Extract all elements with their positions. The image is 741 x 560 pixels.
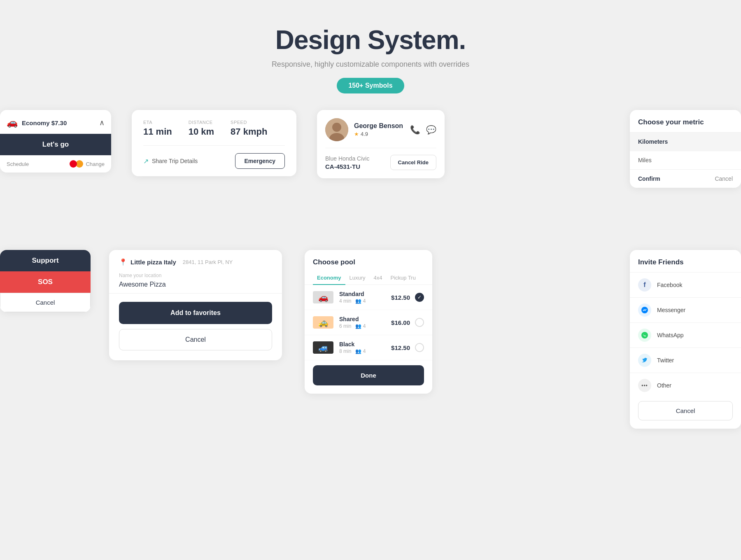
emergency-button[interactable]: Emergency xyxy=(235,153,285,169)
cancel-invite-button[interactable]: Cancel xyxy=(638,401,733,420)
change-label[interactable]: Change xyxy=(86,161,105,167)
page-subtitle: Responsive, highly customizable componen… xyxy=(8,60,733,69)
shared-info: Shared 6 min 👥 4 xyxy=(339,316,391,329)
pool-tab-4x4[interactable]: 4x4 xyxy=(370,271,387,285)
eta-label: ETA xyxy=(143,120,172,125)
invite-other[interactable]: ••• Other xyxy=(630,373,741,398)
car-plate: CA-4531-TU xyxy=(325,163,369,170)
pool-item-black[interactable]: 🚙 Black 8 min 👥 4 $12.50 xyxy=(305,335,432,360)
speed-label: Speed xyxy=(231,120,267,125)
distance-stat: Distance 10 km xyxy=(189,120,214,137)
pool-card: Choose pool Economy Luxury 4x4 Pickup Tr… xyxy=(305,250,432,394)
black-info: Black 8 min 👥 4 xyxy=(339,341,391,354)
call-driver-button[interactable]: 📞 xyxy=(410,125,420,135)
car-details: Blue Honda Civic CA-4531-TU xyxy=(325,155,369,170)
economy-footer: Schedule Change xyxy=(0,155,111,173)
black-radio[interactable] xyxy=(415,343,424,352)
economy-label: Economy $7.30 xyxy=(22,119,99,126)
pool-tab-economy[interactable]: Economy xyxy=(313,271,345,285)
page-header: Design System. Responsive, highly custom… xyxy=(0,0,741,110)
distance-value: 10 km xyxy=(189,126,214,137)
whatsapp-icon xyxy=(638,329,651,342)
black-car-icon: 🚙 xyxy=(313,341,333,354)
standard-car-icon: 🚗 xyxy=(313,291,333,303)
driver-actions: 📞 💬 xyxy=(410,125,436,135)
rating-value: 4.9 xyxy=(361,131,368,137)
metric-confirm-button[interactable]: Confirm xyxy=(638,175,660,182)
invite-facebook[interactable]: f Facebook xyxy=(630,272,741,297)
driver-info: George Benson ★ 4.9 xyxy=(354,122,404,137)
svg-point-4 xyxy=(641,332,648,338)
pool-item-standard[interactable]: 🚗 Standard 4 min 👥 4 $12.50 xyxy=(305,285,432,310)
lets-go-button[interactable]: Let's go xyxy=(0,134,111,155)
payment-info: Change xyxy=(70,160,105,168)
shared-radio[interactable] xyxy=(415,318,424,327)
invite-messenger[interactable]: Messenger xyxy=(630,297,741,322)
support-card: Support SOS Cancel xyxy=(0,250,91,312)
star-icon: ★ xyxy=(354,131,359,137)
location-address: 2841, 11 Park Pl, NY xyxy=(183,259,233,265)
metric-title: Choose your metric xyxy=(630,110,741,132)
metric-option-km[interactable]: Kilometers xyxy=(630,132,741,151)
cards-area: 🚗 Economy $7.30 ∧ Let's go Schedule Chan… xyxy=(0,110,741,398)
support-button[interactable]: Support xyxy=(0,250,91,271)
eta-stat: ETA 11 min xyxy=(143,120,172,137)
twitter-icon xyxy=(638,354,651,367)
car-info: Blue Honda Civic CA-4531-TU Cancel Ride xyxy=(317,148,445,178)
whatsapp-label: WhatsApp xyxy=(657,332,684,338)
metric-actions: Confirm Cancel xyxy=(630,169,741,188)
share-label: Share Trip Details xyxy=(152,158,198,164)
location-input-value[interactable]: Awesome Pizza xyxy=(109,278,282,294)
cancel-outline-button[interactable]: Cancel xyxy=(0,293,91,312)
car-icon: 🚗 xyxy=(7,117,18,128)
other-icon: ••• xyxy=(638,379,651,392)
messenger-label: Messenger xyxy=(657,307,685,313)
trip-card: ETA 11 min Distance 10 km Speed 87 kmph … xyxy=(132,110,296,176)
driver-name: George Benson xyxy=(354,122,404,130)
pool-tabs: Economy Luxury 4x4 Pickup Tru xyxy=(305,266,432,285)
driver-rating: ★ 4.9 xyxy=(354,131,404,137)
economy-top: 🚗 Economy $7.30 ∧ xyxy=(0,110,111,134)
trip-actions: ↗ Share Trip Details Emergency xyxy=(132,146,296,176)
location-name: Little pizza Italy xyxy=(130,259,176,266)
cancel-ride-button[interactable]: Cancel Ride xyxy=(390,155,436,170)
speed-value: 87 kmph xyxy=(231,126,267,137)
invite-card: Invite Friends f Facebook Messenger What xyxy=(630,250,741,429)
distance-label: Distance xyxy=(189,120,214,125)
page-title: Design System. xyxy=(8,25,733,55)
trip-stats: ETA 11 min Distance 10 km Speed 87 kmph xyxy=(132,110,296,145)
metric-option-miles[interactable]: Miles xyxy=(630,151,741,169)
pool-tab-pickup[interactable]: Pickup Tru xyxy=(387,271,420,285)
invite-title: Invite Friends xyxy=(630,250,741,272)
pool-item-shared[interactable]: 🚕 Shared 6 min 👥 4 $16.00 xyxy=(305,310,432,335)
invite-twitter[interactable]: Twitter xyxy=(630,348,741,373)
car-model: Blue Honda Civic xyxy=(325,155,369,162)
standard-radio[interactable] xyxy=(415,293,424,302)
messenger-icon xyxy=(638,303,651,317)
schedule-label: Schedule xyxy=(7,161,29,167)
symbols-badge: 150+ Symbols xyxy=(337,78,404,93)
driver-avatar xyxy=(325,118,348,141)
standard-info: Standard 4 min 👥 4 xyxy=(339,291,391,304)
driver-card: George Benson ★ 4.9 📞 💬 Blue Honda Civic… xyxy=(317,110,445,178)
pool-header: Choose pool xyxy=(305,250,432,266)
pool-done-button[interactable]: Done xyxy=(313,365,424,385)
speed-stat: Speed 87 kmph xyxy=(231,120,267,137)
share-icon: ↗ xyxy=(143,157,149,165)
economy-card: 🚗 Economy $7.30 ∧ Let's go Schedule Chan… xyxy=(0,110,111,173)
mastercard-icon xyxy=(70,160,83,168)
facebook-label: Facebook xyxy=(657,282,682,288)
facebook-icon: f xyxy=(638,278,651,292)
pin-icon: 📍 xyxy=(119,258,127,266)
sos-button[interactable]: SOS xyxy=(0,271,91,293)
shared-car-icon: 🚕 xyxy=(313,316,333,329)
location-name-label: Name your location xyxy=(109,271,282,278)
message-driver-button[interactable]: 💬 xyxy=(426,125,436,135)
chevron-up-icon: ∧ xyxy=(99,118,105,127)
metric-cancel-button[interactable]: Cancel xyxy=(715,175,733,182)
share-trip-button[interactable]: ↗ Share Trip Details xyxy=(143,157,198,165)
cancel-location-button[interactable]: Cancel xyxy=(119,329,272,350)
invite-whatsapp[interactable]: WhatsApp xyxy=(630,322,741,348)
pool-tab-luxury[interactable]: Luxury xyxy=(345,271,370,285)
add-favorites-button[interactable]: Add to favorites xyxy=(119,302,272,324)
